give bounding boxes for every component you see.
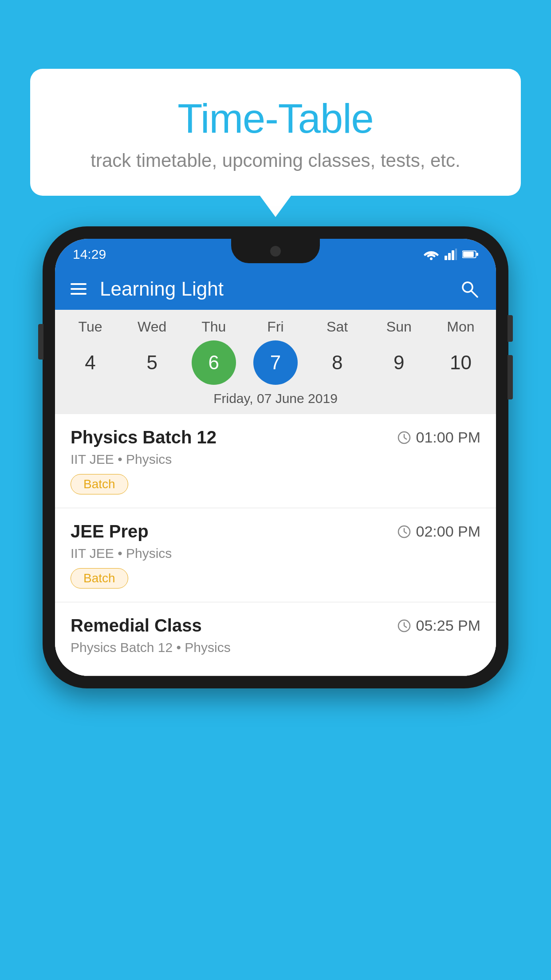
class-name-2: JEE Prep (71, 522, 149, 541)
class-name-1: Physics Batch 12 (71, 427, 216, 447)
svg-rect-2 (448, 253, 451, 260)
svg-line-9 (472, 291, 477, 297)
day-10[interactable]: 10 (438, 340, 483, 385)
app-title: Learning Light (100, 278, 445, 300)
class-list: Physics Batch 12 01:00 PM IIT JEE • Phys… (55, 414, 496, 676)
day-header-sun: Sun (372, 319, 425, 335)
class-info-1: IIT JEE • Physics (71, 452, 480, 467)
day-7-selected[interactable]: 7 (253, 340, 298, 385)
status-time: 14:29 (73, 247, 106, 262)
search-button[interactable] (458, 278, 480, 300)
batch-badge-1: Batch (71, 474, 128, 494)
app-bar: Learning Light (55, 268, 496, 310)
svg-point-0 (430, 257, 433, 260)
day-numbers: 4 5 6 7 8 9 10 (55, 340, 496, 385)
day-header-fri: Fri (249, 319, 302, 335)
clock-icon-1 (397, 431, 411, 445)
day-4[interactable]: 4 (68, 340, 113, 385)
speech-bubble-container: Time-Table track timetable, upcoming cla… (30, 69, 521, 196)
volume-button (38, 324, 43, 360)
wifi-icon (423, 249, 439, 260)
class-time-1: 01:00 PM (397, 429, 480, 446)
class-item-2-header: JEE Prep 02:00 PM (71, 522, 480, 541)
phone-mockup: 14:29 (43, 226, 508, 688)
day-header-sat: Sat (311, 319, 364, 335)
speech-bubble: Time-Table track timetable, upcoming cla… (30, 69, 521, 196)
day-9[interactable]: 9 (377, 340, 421, 385)
class-item-1[interactable]: Physics Batch 12 01:00 PM IIT JEE • Phys… (55, 414, 496, 508)
svg-rect-6 (463, 252, 474, 257)
selected-date-label: Friday, 07 June 2019 (55, 385, 496, 410)
batch-badge-2: Batch (71, 568, 128, 589)
phone-notch (231, 239, 320, 263)
clock-icon-2 (397, 525, 411, 539)
svg-point-8 (463, 282, 472, 292)
bubble-subtitle: track timetable, upcoming classes, tests… (52, 150, 499, 171)
svg-rect-7 (476, 253, 478, 256)
bubble-title: Time-Table (52, 95, 499, 142)
class-info-3: Physics Batch 12 • Physics (71, 640, 480, 655)
status-icons (423, 249, 478, 260)
battery-icon (462, 249, 478, 259)
day-header-tue: Tue (64, 319, 117, 335)
calendar-strip: Tue Wed Thu Fri Sat Sun Mon 4 5 6 7 8 9 … (55, 310, 496, 414)
class-info-2: IIT JEE • Physics (71, 546, 480, 561)
day-header-thu: Thu (187, 319, 240, 335)
class-time-text-1: 01:00 PM (416, 429, 480, 446)
hamburger-line-1 (71, 283, 87, 285)
phone-screen: 14:29 (55, 239, 496, 676)
power-button (508, 315, 513, 342)
svg-line-18 (404, 626, 407, 628)
svg-rect-4 (455, 249, 457, 260)
class-item-3[interactable]: Remedial Class 05:25 PM Physics Batch 12… (55, 602, 496, 676)
class-item-1-header: Physics Batch 12 01:00 PM (71, 427, 480, 447)
clock-icon-3 (397, 619, 411, 633)
hamburger-line-2 (71, 288, 87, 290)
volume-down-button (508, 355, 513, 399)
svg-rect-1 (445, 256, 447, 260)
svg-rect-3 (452, 250, 454, 260)
day-6-today[interactable]: 6 (192, 340, 236, 385)
class-time-text-3: 05:25 PM (416, 617, 480, 634)
day-8[interactable]: 8 (315, 340, 359, 385)
class-item-2[interactable]: JEE Prep 02:00 PM IIT JEE • Physics Batc… (55, 508, 496, 602)
class-time-2: 02:00 PM (397, 523, 480, 540)
class-name-3: Remedial Class (71, 616, 202, 636)
svg-line-15 (404, 532, 407, 533)
day-header-wed: Wed (126, 319, 179, 335)
phone-frame: 14:29 (43, 226, 508, 688)
search-icon (459, 278, 480, 300)
hamburger-line-3 (71, 293, 87, 295)
signal-icon (445, 249, 457, 260)
svg-line-12 (404, 438, 407, 439)
class-time-text-2: 02:00 PM (416, 523, 480, 540)
front-camera (270, 246, 281, 257)
menu-icon[interactable] (71, 283, 87, 295)
day-5[interactable]: 5 (130, 340, 174, 385)
class-item-3-header: Remedial Class 05:25 PM (71, 616, 480, 636)
class-time-3: 05:25 PM (397, 617, 480, 634)
day-header-mon: Mon (434, 319, 487, 335)
day-headers: Tue Wed Thu Fri Sat Sun Mon (55, 319, 496, 335)
